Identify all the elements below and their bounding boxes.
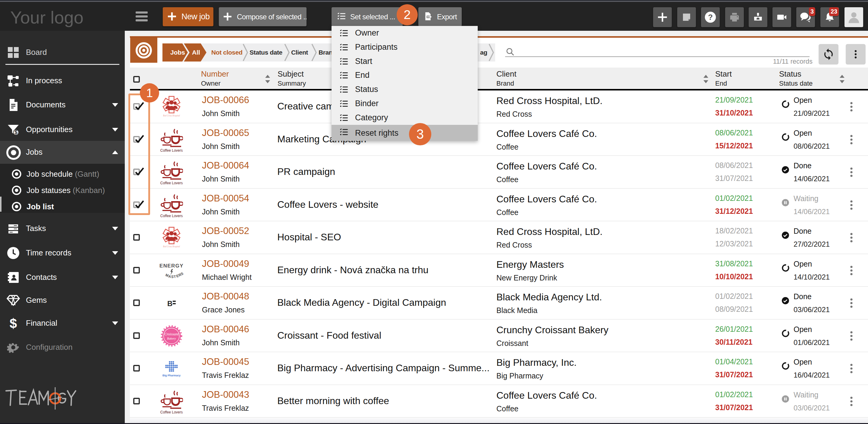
- svg-text:Coffee Lovers: Coffee Lovers: [160, 410, 183, 414]
- svg-text:$: $: [14, 129, 18, 135]
- svg-text:?: ?: [708, 13, 713, 22]
- svg-text:Bakery: Bakery: [167, 337, 176, 340]
- svg-text:B: B: [167, 299, 173, 308]
- svg-text:Croissant: Croissant: [164, 332, 179, 336]
- svg-text:ENERGY: ENERGY: [159, 263, 184, 269]
- svg-text:$: $: [10, 316, 17, 331]
- svg-text:Coffee Lovers: Coffee Lovers: [160, 148, 183, 152]
- svg-text:Red Cross Hospital: Red Cross Hospital: [163, 245, 180, 248]
- svg-text:Coffee Lovers: Coffee Lovers: [160, 181, 183, 185]
- svg-text:Coffee Lovers: Coffee Lovers: [160, 214, 183, 218]
- svg-text:S: S: [171, 275, 174, 279]
- svg-text:Big Pharmacy: Big Pharmacy: [162, 374, 181, 377]
- svg-text:Red Cross Hospital: Red Cross Hospital: [163, 114, 180, 117]
